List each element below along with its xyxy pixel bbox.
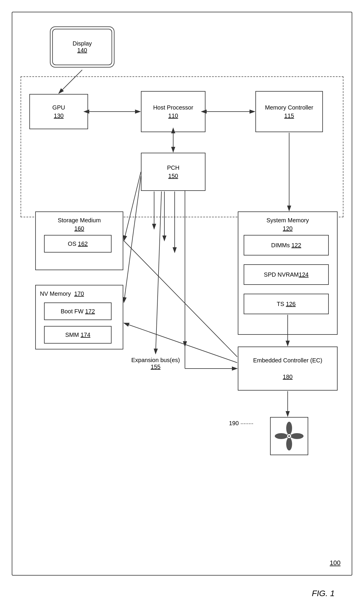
ec-num: 180 [283,373,292,381]
system-memory-label: System Memory [267,217,309,223]
spd-nvram-num: 124 [299,271,309,278]
storage-medium-num: 160 [74,225,84,232]
boot-fw-label: Boot FW [61,308,84,315]
pch-num: 150 [168,172,178,180]
os-num: 162 [78,241,88,247]
embedded-controller-box: Embedded Controller (EC) 180 [238,347,338,391]
boot-fw-num: 172 [85,308,95,315]
smm-num: 174 [80,332,90,338]
display-label: Display [73,40,92,47]
pch-label: PCH [167,164,179,172]
svg-point-6 [288,435,290,437]
display-num: 140 [77,47,87,54]
svg-point-3 [286,438,292,450]
nv-memory-label: NV Memory [40,290,71,297]
svg-point-2 [291,433,304,439]
spd-nvram-label: SPD NVRAM [264,271,299,278]
memory-controller-label: Memory Controller [265,103,313,112]
gpu-box: GPU 130 [29,94,88,129]
ts-num: 126 [286,301,296,307]
ec-label: Embedded Controller (EC) [253,356,322,364]
memory-controller-num: 115 [284,112,294,120]
svg-point-1 [286,422,292,435]
expansion-buses-label: Expansion bus(es) 155 [126,357,185,370]
svg-line-28 [124,241,237,357]
gpu-num: 130 [54,112,63,120]
smm-label: SMM [65,332,79,338]
boot-fw-box: Boot FW 172 [44,302,112,320]
ts-box: TS 126 [244,294,329,314]
gpu-label: GPU [52,103,65,112]
system-memory-num: 120 [283,225,292,232]
fan-box [270,417,308,455]
diagram-ref-label: 100 [330,559,341,567]
fan-icon [273,420,305,452]
spd-nvram-box: SPD NVRAM 124 [244,264,329,285]
fig-caption: FIG. 1 [312,589,335,598]
host-processor-label: Host Processor [153,103,193,112]
ts-label: TS [277,301,284,307]
display-box: Display 140 [50,26,114,68]
os-label: OS [68,241,76,247]
smm-box: SMM 174 [44,326,112,344]
svg-point-4 [275,433,288,439]
memory-controller-box: Memory Controller 115 [255,91,323,132]
dimms-label: DIMMs [271,242,290,249]
dimms-box: DIMMs 122 [244,235,329,255]
nv-memory-num: 170 [74,290,84,297]
fan-num-label: 190 ········ [229,420,253,427]
os-box: OS 162 [44,235,112,253]
pch-box: PCH 150 [141,153,205,191]
host-processor-num: 110 [168,112,178,120]
host-processor-box: Host Processor 110 [141,91,205,132]
storage-medium-label: Storage Medium [58,217,101,223]
dimms-num: 122 [291,242,301,249]
